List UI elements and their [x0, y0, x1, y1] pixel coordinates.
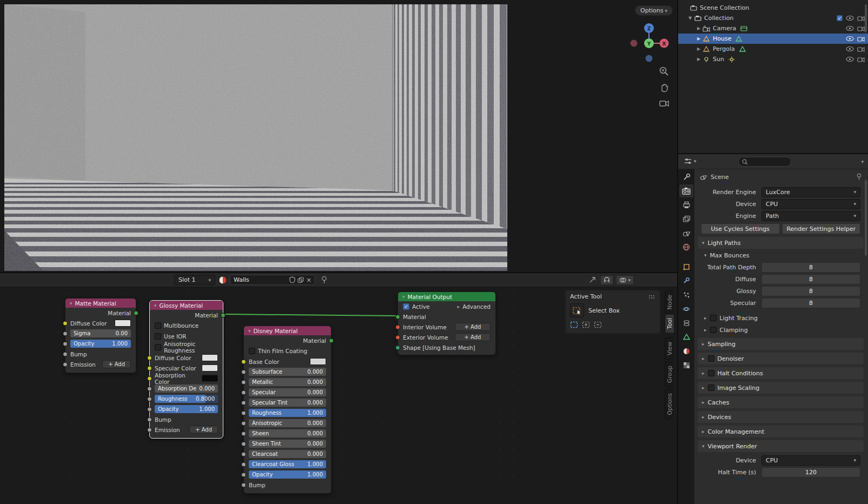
- shape-input-socket[interactable]: [395, 345, 400, 350]
- expand-icon[interactable]: ▼: [687, 16, 693, 21]
- outliner-row-pergola[interactable]: ▶ Pergola: [678, 44, 868, 54]
- glossy-bounces-field[interactable]: 8: [761, 286, 860, 296]
- subsection-max-bounces[interactable]: ▾ Max Bounces: [704, 250, 864, 261]
- value-input-socket[interactable]: [241, 400, 246, 405]
- opacity-slider[interactable]: Opacity 1.000: [155, 405, 218, 413]
- add-emission-button[interactable]: + Add: [102, 360, 131, 368]
- add-emission-button[interactable]: + Add: [189, 426, 218, 434]
- value-input-socket[interactable]: [241, 380, 246, 384]
- subsurface-slider[interactable]: Subsurface0.000: [249, 368, 326, 376]
- expand-icon[interactable]: ▶: [695, 36, 702, 41]
- collapse-icon[interactable]: ▾: [248, 328, 251, 334]
- hide-in-viewport-icon[interactable]: [846, 15, 854, 21]
- active-checkbox[interactable]: ✓: [403, 303, 409, 310]
- color-swatch[interactable]: [202, 375, 218, 382]
- viewport-options-button[interactable]: Options ▾: [635, 5, 673, 16]
- sigma-slider[interactable]: Sigma 0.00: [70, 329, 131, 337]
- use-ior-checkbox[interactable]: [155, 333, 161, 340]
- section-sampling[interactable]: ▸ Sampling: [698, 338, 864, 350]
- editor-type-button[interactable]: ▾: [684, 157, 697, 165]
- duplicate-material-icon[interactable]: [297, 277, 304, 283]
- add-interior-volume-button[interactable]: + Add: [455, 323, 491, 331]
- expand-icon[interactable]: ▶: [695, 26, 702, 31]
- value-input-socket[interactable]: [147, 386, 152, 391]
- value-input-socket[interactable]: [241, 390, 246, 395]
- camera-view-icon[interactable]: [659, 98, 670, 109]
- value-input-socket[interactable]: [241, 462, 246, 467]
- value-input-socket[interactable]: [241, 441, 246, 446]
- sidebar-tab-group[interactable]: Group: [665, 361, 674, 387]
- outliner-scrollbar[interactable]: [865, 4, 867, 32]
- anisotropic-roughness-checkbox[interactable]: [155, 344, 161, 350]
- tab-modifiers[interactable]: [679, 274, 693, 287]
- value-input-socket[interactable]: [241, 410, 246, 415]
- tab-render[interactable]: [679, 184, 693, 197]
- material-slot-dropdown[interactable]: Slot 1 ▾: [174, 275, 215, 285]
- disable-in-renders-icon[interactable]: [857, 15, 865, 21]
- section-color-management[interactable]: ▸ Color Management: [698, 426, 864, 437]
- volume-input-socket[interactable]: [395, 324, 400, 329]
- section-viewport-render[interactable]: ▾ Viewport Render: [698, 440, 864, 452]
- denoiser-checkbox[interactable]: [708, 355, 714, 362]
- viewport-3d[interactable]: Options ▾ Z Y X: [0, 0, 677, 272]
- use-cycles-settings-button[interactable]: Use Cycles Settings: [701, 223, 780, 234]
- select-extend-mode-icon[interactable]: [582, 321, 591, 329]
- clearcoat-gloss-slider[interactable]: Clearcoat Gloss1.000: [249, 460, 326, 468]
- value-input-socket[interactable]: [147, 407, 152, 412]
- value-input-socket[interactable]: [63, 352, 68, 356]
- value-input-socket[interactable]: [241, 431, 246, 436]
- sheen-tint-slider[interactable]: Sheen Tint0.000: [249, 440, 326, 448]
- opacity-slider[interactable]: Opacity1.000: [249, 470, 326, 479]
- color-input-socket[interactable]: [147, 376, 152, 381]
- color-swatch[interactable]: [202, 354, 218, 361]
- section-halt-conditions[interactable]: ▸ Halt Conditions: [698, 367, 864, 379]
- tab-object-data[interactable]: [679, 330, 693, 343]
- color-input-socket[interactable]: [147, 355, 152, 360]
- sidebar-tab-view[interactable]: View: [665, 337, 674, 360]
- properties-search[interactable]: [738, 157, 791, 167]
- specular-slider[interactable]: Specular0.000: [249, 388, 326, 396]
- subsection-light-tracing[interactable]: ▸ Light Tracing: [704, 313, 864, 323]
- disable-in-renders-icon[interactable]: [857, 56, 865, 62]
- tab-output[interactable]: [679, 198, 693, 211]
- value-input-socket[interactable]: [63, 331, 68, 336]
- advanced-label[interactable]: Advanced: [462, 303, 491, 310]
- parent-snap-icon[interactable]: [588, 275, 598, 285]
- node-graph-canvas[interactable]: ▾ Matte Material Material Diffuse Color …: [0, 287, 677, 504]
- clamping-checkbox[interactable]: [710, 327, 717, 333]
- navigation-gizmo[interactable]: Z Y X: [627, 22, 671, 65]
- color-swatch[interactable]: [115, 320, 131, 327]
- collapse-icon[interactable]: ▾: [154, 303, 157, 308]
- snapping-button[interactable]: [600, 275, 613, 285]
- pin-icon[interactable]: [320, 276, 328, 284]
- total-path-depth-field[interactable]: 8: [761, 262, 860, 273]
- metallic-slider[interactable]: Metallic0.000: [249, 378, 326, 386]
- sidebar-tab-tool[interactable]: Tool: [665, 314, 674, 333]
- value-input-socket[interactable]: [241, 482, 246, 487]
- node-header[interactable]: ▾ Glossy Material: [150, 301, 223, 310]
- outliner-row-house[interactable]: ▶ House: [678, 34, 868, 44]
- node-header[interactable]: ▾ Disney Material: [244, 326, 331, 335]
- search-input[interactable]: [750, 158, 787, 165]
- anisotropic-slider[interactable]: Anisotropic0.000: [249, 419, 326, 427]
- outliner-row-camera[interactable]: ▶ Camera: [678, 23, 868, 34]
- tab-material[interactable]: [679, 344, 693, 357]
- clearcoat-slider[interactable]: Clearcoat0.000: [249, 450, 326, 458]
- image-scaling-checkbox[interactable]: [708, 384, 714, 391]
- render-settings-helper-button[interactable]: Render Settings Helper: [782, 223, 861, 234]
- value-input-socket[interactable]: [147, 427, 152, 432]
- pin-icon[interactable]: [856, 173, 863, 181]
- sidebar-tab-node[interactable]: Node: [665, 290, 674, 314]
- section-image-scaling[interactable]: ▸ Image Scaling: [698, 382, 864, 394]
- node-glossy-material[interactable]: ▾ Glossy Material Material Multibounce U…: [149, 300, 223, 439]
- select-box-mode-icon[interactable]: [570, 321, 579, 329]
- opacity-slider[interactable]: Opacity 1.000: [70, 340, 131, 348]
- material-name-field[interactable]: Walls ×: [230, 275, 315, 285]
- halt-time-field[interactable]: 120: [761, 467, 860, 478]
- tab-object[interactable]: [679, 260, 693, 273]
- node-material-output[interactable]: ▾ Material Output ✓ Active ▸ Advanced Ma…: [397, 291, 496, 355]
- material-output-socket[interactable]: [329, 338, 334, 343]
- section-caches[interactable]: ▸ Caches: [698, 396, 864, 408]
- overlays-button[interactable]: ▾: [616, 275, 634, 285]
- tab-tool[interactable]: [679, 170, 693, 183]
